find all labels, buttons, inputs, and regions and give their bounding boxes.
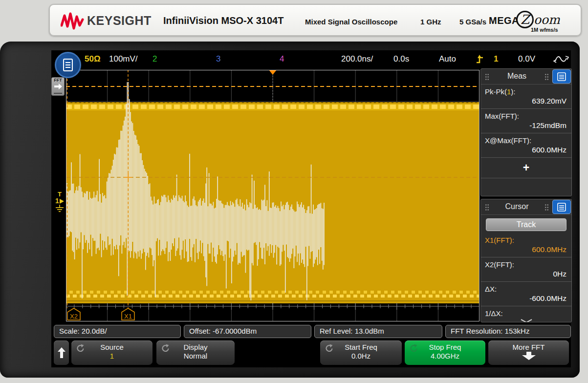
arrow-down-icon [522,352,536,360]
svg-text:X1: X1 [124,313,132,320]
ref-level-box[interactable]: Ref Level: 13.0dBm [314,325,442,338]
cursor-panel-title: Cursor [481,202,553,211]
cursor-menu-button[interactable] [552,200,571,214]
cursor-label: X2(FFT): [481,259,571,269]
ch2-button[interactable]: 2 [152,54,157,64]
knob-icon [325,344,333,352]
fft-scale-box[interactable]: Scale: 20.0dB/ [54,325,181,338]
timebase-value[interactable]: 200.0ns/ [341,54,373,64]
menu-up-button[interactable] [54,340,69,365]
fft-badge-label: FFT [52,78,64,83]
softkey-stop-freq[interactable]: Stop Freq 4.00GHz [405,340,485,365]
x1-cursor-flag[interactable]: X1 [122,308,134,320]
scope-bezel: 50Ω 100mV/ 2 3 4 200.0ns/ 0.0s Auto 1 0.… [0,42,580,378]
instrument-banner: KEYSIGHT InfiniiVision MSO-X 3104T Mixed… [49,4,582,36]
fft-source-badge[interactable]: FFT [51,77,65,96]
meas-value: -125mdBm [481,120,571,131]
cursor-panel-header[interactable]: Cursor [481,199,571,215]
cursor-value: -600.0MHz [481,293,571,304]
knob-icon [161,344,169,352]
meas-row-maxfft[interactable]: Max(FFT): -125mdBm [481,109,571,133]
knob-icon [409,344,417,352]
trigger-mode[interactable]: Auto [439,54,456,64]
x2-cursor-flag[interactable]: X2 [67,308,80,320]
drag-handle-icon[interactable] [544,204,549,211]
megazoom-oom: oom [534,13,560,27]
add-measurement-button[interactable]: + [481,158,571,178]
cursor-value: 0Hz [481,269,571,280]
trigger-time-marker[interactable] [269,70,277,75]
meas-panel-title: Meas [481,72,553,81]
ch1-ground-marker[interactable]: 1 [53,197,66,205]
model-name: InfiniiVision MSO-X 3104T [163,15,283,26]
cursor-label: 1/ΔX: [481,308,571,318]
cursor-row-1dx[interactable]: 1/ΔX: [481,306,571,322]
drag-handle-icon[interactable] [544,73,549,81]
fft-offset-box[interactable]: Offset: -67.0000dBm [184,325,311,338]
waveform-pan-icon[interactable] [552,55,569,67]
menu-icon [557,72,566,82]
cursor-label: X1(FFT): [481,235,571,244]
cursor-row-dx[interactable]: ΔX: -600.0MHz [481,282,571,306]
ch1-scale[interactable]: 100mV/ [109,54,138,64]
bandwidth-label: 1 GHz [420,18,441,26]
status-bar: 50Ω 100mV/ 2 3 4 200.0ns/ 0.0s Auto 1 0.… [51,50,571,69]
meas-label: Pk-Pk( [485,87,507,96]
meas-panel-header[interactable]: Meas [481,69,571,85]
knob-icon [76,344,84,352]
softkey-source[interactable]: Source 1 [71,340,152,365]
trigger-slope-icon [476,55,483,66]
ch1-impedance[interactable]: 50Ω [85,54,101,64]
svg-text:X2: X2 [70,313,78,320]
meas-menu-button[interactable] [552,69,571,84]
cursor-track-button[interactable]: Track [486,218,566,231]
trigger-level[interactable]: 0.0V [518,54,535,64]
megazoom-z: Z [516,11,534,28]
main-menu-button[interactable] [55,52,81,78]
waveform-display: X2 X1 [66,70,479,321]
lcd-screen: 50Ω 100mV/ 2 3 4 200.0ns/ 0.0s Auto 1 0.… [51,50,571,367]
cursor-panel: Cursor Track X1(FFT): 600.0MHz X2(FFT): … [480,199,572,322]
softkey-start-freq[interactable]: Start Freq 0.0Hz [320,340,402,365]
meas-label: X@Max(FFT): [485,136,531,145]
fft-arrow-icon [54,83,63,90]
panel-scroll-chevron[interactable] [481,318,571,322]
meas-value: 600.0MHz [481,145,571,156]
cursor-row-x2[interactable]: X2(FFT): 0Hz [481,257,571,282]
menu-document-icon [62,58,74,72]
cursor-label: ΔX: [481,284,571,293]
meas-label-suffix: ): [511,87,515,96]
fft-resolution-box[interactable]: FFT Resolution: 153kHz [445,325,571,338]
brand-name: KEYSIGHT [87,14,152,28]
ground-symbol-icon [55,205,65,213]
menu-icon [557,202,566,212]
megazoom-rate: 1M wfms/s [531,27,558,33]
softkey-more-fft[interactable]: More FFT [488,340,569,365]
keysight-logo-icon [61,12,84,30]
left-axis-markers: T 1 [53,191,66,215]
softkey-label: More FFT [488,343,569,351]
megazoom-prefix: MEGA [489,15,519,26]
ch1-marker-label: 1 [55,197,59,205]
cursor-value: 600.0MHz [481,244,571,255]
delay-value[interactable]: 0.0s [393,54,409,64]
ch3-button[interactable]: 3 [216,54,220,64]
meas-panel: Meas Pk-Pk(1): 639.20mV Max(FFT): -125md… [480,68,572,196]
meas-row-xmaxfft[interactable]: X@Max(FFT): 600.0MHz [481,133,571,158]
model-subtitle: Mixed Signal Oscilloscope [305,18,397,26]
meas-value: 639.20mV [481,96,571,107]
ch4-button[interactable]: 4 [280,54,284,64]
cursor-row-x1[interactable]: X1(FFT): 600.0MHz [481,233,571,257]
meas-row-pkpk[interactable]: Pk-Pk(1): 639.20mV [481,85,571,109]
softkey-display[interactable]: Display Normal [156,340,235,365]
meas-label: Max(FFT): [485,112,519,120]
trigger-source[interactable]: 1 [494,54,498,64]
sample-rate-label: 5 GSa/s [459,18,486,26]
arrow-up-icon [58,347,65,358]
megazoom-logo: MEGA Z oom 1M wfms/s [489,11,567,33]
ch1-arrow-icon [60,199,64,204]
chevron-down-icon [520,319,533,322]
